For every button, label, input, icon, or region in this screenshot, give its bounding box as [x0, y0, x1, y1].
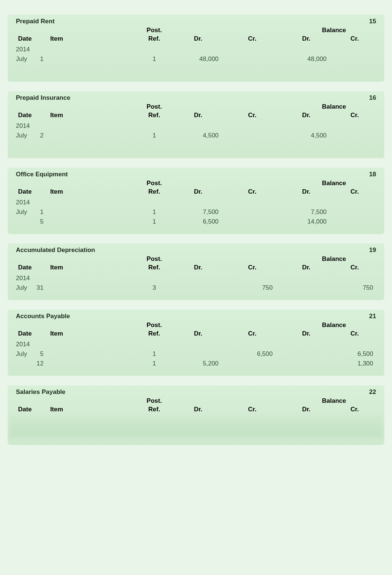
ledger-superheader: Post.Balance — [8, 103, 384, 110]
header-dr: Dr. — [175, 187, 230, 198]
cell-bal-cr — [334, 217, 384, 227]
header-date: Date — [8, 263, 48, 273]
header-dr: Dr. — [175, 405, 230, 415]
cell-day: 2 — [31, 131, 48, 140]
cell-month — [8, 359, 31, 368]
cell-month: July — [8, 207, 31, 217]
cell-dr: 4,500 — [175, 131, 230, 140]
ledger-title: Prepaid Insurance — [16, 94, 70, 102]
table-row: July1148,00048,000 — [8, 54, 384, 64]
ledger-number: 19 — [369, 246, 376, 254]
ledger-title: Accumulated Depreciation — [16, 246, 95, 254]
cell-month: July — [8, 283, 31, 293]
post-super-label: Post. — [133, 397, 175, 405]
ledger-card: Office Equipment18Post.BalanceDateItemRe… — [8, 168, 384, 234]
cell-ref: 1 — [133, 131, 175, 140]
ledger-year: 2014 — [8, 45, 384, 54]
cell-ref: 1 — [133, 207, 175, 217]
ledger-title-row: Prepaid Rent15 — [8, 15, 384, 27]
ledger-header-row: DateItemRef.Dr.Cr.Dr.Cr. — [8, 110, 384, 121]
ledger-card: Accumulated Depreciation19Post.BalanceDa… — [8, 244, 384, 300]
balance-super-label: Balance — [284, 180, 384, 187]
cell-bal-dr: 48,000 — [284, 54, 334, 64]
header-bal-cr: Cr. — [334, 329, 384, 340]
header-cr: Cr. — [230, 263, 284, 273]
ledger-title-row: Accumulated Depreciation19 — [8, 244, 384, 255]
ledger-header-row: DateItemRef.Dr.Cr.Dr.Cr. — [8, 34, 384, 45]
header-bal-dr: Dr. — [284, 187, 334, 198]
cell-item — [48, 131, 133, 140]
ledger-number: 15 — [369, 18, 376, 25]
ledger-superheader: Post.Balance — [8, 397, 384, 405]
cell-bal-dr: 14,000 — [284, 217, 334, 227]
header-bal-cr: Cr. — [334, 110, 384, 121]
header-bal-cr: Cr. — [334, 187, 384, 198]
table-row: 516,50014,000 — [8, 217, 384, 227]
ledger-number: 16 — [369, 94, 376, 102]
cell-bal-dr — [284, 359, 334, 368]
header-ref: Ref. — [133, 329, 175, 340]
cell-dr — [175, 283, 230, 293]
ledger-year-row: 2014 — [8, 340, 384, 349]
cell-bal-cr: 750 — [334, 283, 384, 293]
ledger-table: Post.BalanceDateItemRef.Dr.Cr.Dr.Cr.2014… — [8, 103, 384, 151]
ledger-number: 18 — [369, 171, 376, 178]
header-bal-dr: Dr. — [284, 110, 334, 121]
header-cr: Cr. — [230, 110, 284, 121]
ledger-number: 21 — [369, 313, 376, 320]
cell-month: July — [8, 131, 31, 140]
cell-ref: 1 — [133, 349, 175, 359]
ledger-year: 2014 — [8, 340, 384, 349]
header-bal-cr: Cr. — [334, 34, 384, 45]
cell-ref: 1 — [133, 217, 175, 227]
ledger-card: Accounts Payable21Post.BalanceDateItemRe… — [8, 310, 384, 376]
cell-bal-cr — [334, 131, 384, 140]
header-ref: Ref. — [133, 34, 175, 45]
cell-cr — [230, 207, 284, 217]
balance-super-label: Balance — [284, 397, 384, 405]
post-super-label: Post. — [133, 180, 175, 187]
cell-cr — [230, 131, 284, 140]
header-ref: Ref. — [133, 263, 175, 273]
ledger-year-row: 2014 — [8, 45, 384, 54]
header-date: Date — [8, 110, 48, 121]
cell-cr — [230, 217, 284, 227]
ledger-title: Prepaid Rent — [16, 18, 55, 25]
cell-cr: 750 — [230, 283, 284, 293]
spacer-row — [8, 140, 384, 151]
cell-day: 1 — [31, 207, 48, 217]
cell-day: 31 — [31, 283, 48, 293]
ledger-year-row: 2014 — [8, 121, 384, 131]
ledger-header-row: DateItemRef.Dr.Cr.Dr.Cr. — [8, 187, 384, 198]
header-date: Date — [8, 187, 48, 198]
cell-bal-dr — [284, 349, 334, 359]
header-item: Item — [48, 405, 133, 415]
ledger-table: Post.BalanceDateItemRef.Dr.Cr.Dr.Cr. — [8, 397, 384, 415]
table-row: July313750750 — [8, 283, 384, 293]
ledger-year-row: 2014 — [8, 273, 384, 283]
ledger-year: 2014 — [8, 198, 384, 207]
header-bal-dr: Dr. — [284, 34, 334, 45]
table-row: July117,5007,500 — [8, 207, 384, 217]
cell-dr: 7,500 — [175, 207, 230, 217]
balance-super-label: Balance — [284, 27, 384, 34]
cell-item — [48, 54, 133, 64]
cell-bal-cr: 1,300 — [334, 359, 384, 368]
cell-item — [48, 217, 133, 227]
header-dr: Dr. — [175, 263, 230, 273]
cell-month — [8, 217, 31, 227]
cell-item — [48, 349, 133, 359]
cell-ref: 1 — [133, 54, 175, 64]
ledger-header-row: DateItemRef.Dr.Cr.Dr.Cr. — [8, 263, 384, 273]
ledger-superheader: Post.Balance — [8, 27, 384, 34]
cell-cr: 6,500 — [230, 349, 284, 359]
header-bal-cr: Cr. — [334, 405, 384, 415]
cell-item — [48, 207, 133, 217]
cell-cr — [230, 359, 284, 368]
post-super-label: Post. — [133, 27, 175, 34]
ledger-title: Salaries Payable — [16, 388, 65, 396]
balance-super-label: Balance — [284, 321, 384, 329]
ledger-header-row: DateItemRef.Dr.Cr.Dr.Cr. — [8, 405, 384, 415]
cell-day: 5 — [31, 349, 48, 359]
cell-bal-dr: 4,500 — [284, 131, 334, 140]
